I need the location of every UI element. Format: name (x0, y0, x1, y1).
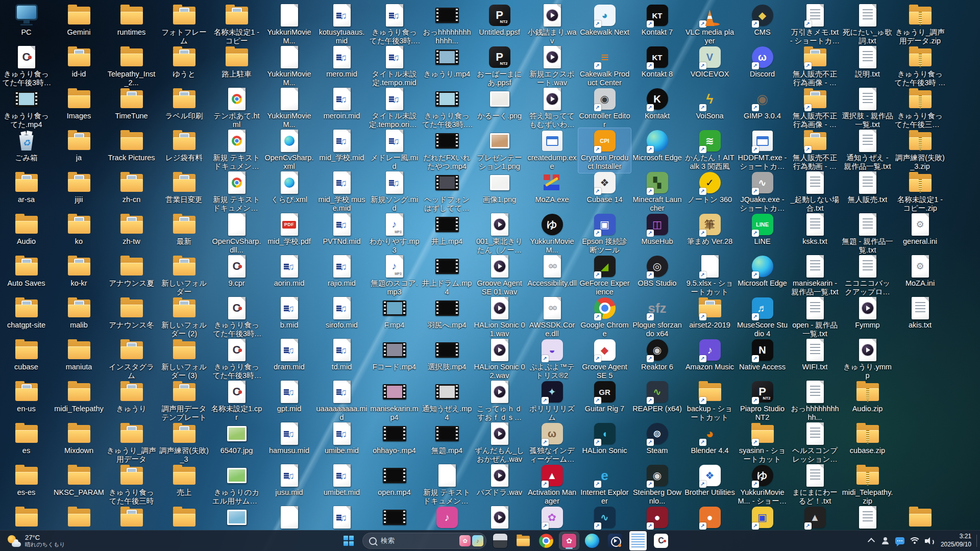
desktop-icon[interactable]: Audio.zip (841, 379, 894, 415)
desktop-icon[interactable]: ω↗孤独なインディーゲーム開発者の一生... (526, 421, 578, 466)
taskbar-app-microsoft-edge[interactable] (582, 532, 602, 549)
desktop-icon[interactable]: ♪ (421, 505, 473, 531)
desktop-icon[interactable]: 調声練習(失敗)_3.zip (894, 128, 946, 173)
taskbar-app-media-gallery[interactable] (491, 532, 510, 549)
desktop-icon[interactable]: ↗HDDFMT.exe - ショートカット (736, 128, 789, 173)
desktop-icon[interactable]: ♫きゅうり食ってた午後3時.mid (368, 3, 421, 47)
desktop-icon[interactable]: ja (53, 128, 105, 164)
desktop-icon[interactable]: ∿↗JQuake.exe - ショートカット (736, 170, 789, 215)
tray-person-icon[interactable] (878, 534, 892, 548)
desktop-icon[interactable]: ♪MP3わかりやす.mp3 (368, 212, 421, 257)
desktop-icon[interactable]: ◉↗Reaktor 6 (631, 337, 683, 373)
desktop-icon[interactable]: 井上ドラム.mp4 (421, 254, 473, 298)
desktop-icon[interactable]: ゆYukkuriMovieM... (526, 212, 578, 257)
desktop-icon[interactable]: ↗syasinn - ショートカット (736, 421, 789, 466)
desktop-icon[interactable]: jijii (53, 170, 105, 206)
desktop-icon[interactable]: きゅうり食ってた午後3時.mp4 (421, 86, 473, 131)
desktop-icon[interactable]: 画像1.png (473, 170, 526, 206)
desktop-icon[interactable]: ar-sa (0, 170, 53, 206)
desktop-icon[interactable]: 説明.txt (841, 44, 894, 80)
desktop-icon[interactable]: ♫umibet.mid (315, 463, 368, 498)
desktop-icon[interactable]: WIFI.txt (789, 337, 841, 373)
desktop-icon[interactable]: 調声練習(失敗)_3 (158, 421, 210, 466)
desktop-icon[interactable]: ↗backup - ショートカット (683, 379, 736, 424)
desktop-icon[interactable]: PC (0, 3, 53, 38)
desktop-icon[interactable]: manisekarin - 親作品一覧.txt (789, 254, 841, 298)
desktop-icon[interactable]: フォトフレーム (158, 3, 210, 47)
desktop-icon[interactable]: ヘルスコンプレッション＿歌詞.txt (789, 421, 841, 466)
desktop-icon[interactable]: createdump.exe (526, 128, 578, 173)
desktop-icon[interactable]: PNT2↗Piapro Studio NT2 (736, 379, 789, 424)
desktop-icon[interactable]: 路上駐車 (210, 44, 263, 80)
desktop-icon[interactable]: ◆↗Groove Agent SE 5 (578, 337, 631, 382)
desktop-icon[interactable]: 新規 テキスト ドキュメント (2).html (210, 128, 263, 173)
desktop-icon[interactable] (473, 505, 526, 531)
desktop-icon[interactable]: まにまにわーるど！.txt (789, 463, 841, 508)
desktop-icon[interactable]: レジ袋有料 (158, 128, 210, 164)
desktop-icon[interactable]: ≡↗Cakewalk Product Center (578, 44, 631, 89)
desktop-icon[interactable]: ●↗ (631, 505, 683, 531)
desktop-icon[interactable]: midi_Telepathy.zip (841, 463, 894, 508)
taskbar-search[interactable]: 検索 ✿ ♪ (363, 533, 486, 548)
desktop-icon[interactable]: ♻ごみ箱 (0, 128, 53, 164)
desktop-icon[interactable]: Mixdown (53, 421, 105, 457)
desktop-icon[interactable]: _起動しない場合.txt (789, 170, 841, 215)
desktop-icon[interactable]: en-us (0, 379, 53, 415)
desktop-icon[interactable]: zh-tw (105, 212, 158, 247)
desktop-icon[interactable]: ▚↗Minecraft Launcher (631, 170, 683, 215)
desktop-icon[interactable]: ↗Google Chrome (578, 295, 631, 340)
desktop-icon[interactable]: 通知うぜえ - 親作品一覧.txt (841, 128, 894, 173)
desktop-icon[interactable]: 65407.jpg (210, 421, 263, 457)
desktop-icon[interactable]: zh-cn (105, 170, 158, 206)
desktop-icon[interactable]: ⊚↗Steam (631, 421, 683, 457)
desktop-icon[interactable]: 無題.mp4 (421, 421, 473, 457)
desktop-icon[interactable]: Cきゅうり食ってた午後3時-01.cpr (0, 44, 53, 89)
desktop-icon[interactable]: ◢↗GeForce Experience (578, 254, 631, 298)
desktop-icon[interactable]: 通知うぜえ.mp4 (421, 379, 473, 424)
desktop-icon[interactable]: おっhhhhhhhhhh... (789, 379, 841, 424)
desktop-icon[interactable]: Fymmp (841, 295, 894, 331)
desktop-icon[interactable]: ♫hamusu.mid (263, 421, 315, 457)
desktop-icon[interactable]: きゅうり食ってた.mp4 (0, 86, 53, 131)
desktop-icon[interactable]: akis.txt (894, 295, 946, 331)
desktop-icon[interactable]: きゅうり.ymmp (841, 337, 894, 382)
desktop-icon[interactable]: ♫aorin.mid (263, 254, 315, 289)
desktop-icon[interactable]: OpenCvSharp.dll... (210, 212, 263, 257)
desktop-icon[interactable]: きゅうり.mp4 (421, 44, 473, 80)
desktop-icon[interactable]: cubase.zip (841, 421, 894, 457)
desktop-icon[interactable]: ♫kotusytuaaus.mid (315, 3, 368, 47)
desktop-icon[interactable]: Cきゅうり食ってた午後3時.cpr (210, 295, 263, 340)
desktop-icon[interactable]: open.mp4 (368, 463, 421, 498)
desktop-icon[interactable] (0, 505, 53, 531)
desktop-icon[interactable]: ↗airset2-2019 (683, 295, 736, 331)
desktop-icon[interactable]: ❖↗Brother Utilities (683, 463, 736, 498)
start-button[interactable] (339, 532, 358, 549)
desktop-icon[interactable]: ずんだもん_しおかぜん.wav (473, 421, 526, 466)
desktop-icon[interactable] (263, 505, 315, 531)
desktop-icon[interactable]: ♫gpt.mid (263, 379, 315, 415)
desktop-icon[interactable]: TimeTune (105, 86, 158, 122)
desktop-icon[interactable]: Groove Agent SE 01.wav (473, 254, 526, 298)
desktop-icon[interactable]: ♪↗Amazon Music (683, 337, 736, 373)
desktop-icon[interactable]: ksks.txt (789, 212, 841, 247)
desktop-icon[interactable] (368, 505, 421, 531)
desktop-icon[interactable]: 新規 テキスト ドキュメント.musicxml (421, 463, 473, 508)
desktop-icon[interactable]: ▲↗Activation Manager (526, 463, 578, 508)
desktop-icon[interactable]: manisekarin.mp4 (368, 379, 421, 424)
desktop-icon[interactable]: ↗VLC media player (683, 3, 736, 47)
taskbar-app-google-chrome[interactable] (536, 532, 556, 549)
desktop-icon[interactable] (158, 505, 210, 531)
desktop-icon[interactable]: おっhhhhhhhhhhhh... (421, 3, 473, 47)
desktop-icon[interactable]: ∿↗REAPER (x64) (631, 379, 683, 415)
desktop-icon[interactable]: malib (53, 295, 105, 331)
desktop-icon[interactable]: KT↗Kontakt 8 (631, 44, 683, 80)
desktop-icon[interactable]: 無題 - 親作品一覧.txt (841, 212, 894, 257)
desktop-icon[interactable]: きゅうり (105, 379, 158, 415)
desktop-icon[interactable]: 新しいフォルダー (158, 254, 210, 298)
desktop-icon[interactable]: ♫mero.mid (315, 44, 368, 80)
desktop-icon[interactable]: 新しいフォルダー (3) (158, 337, 210, 382)
desktop-icon[interactable]: 新規エクスポート.wav (526, 44, 578, 89)
desktop-icon[interactable] (841, 505, 894, 531)
desktop-icon[interactable]: runtimes (105, 3, 158, 38)
desktop-icon[interactable]: ◉↗GIMP 3.0.4 (736, 86, 789, 122)
